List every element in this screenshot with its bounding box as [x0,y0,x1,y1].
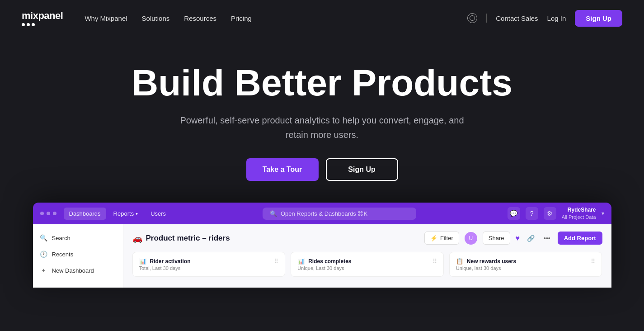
dashboard-title-text: Product metric – riders [146,234,230,243]
hero-subtitle: Powerful, self-serve product analytics t… [178,113,467,142]
filter-icon: ⚡ [430,235,437,241]
nav-why-mixpanel[interactable]: Why Mixpanel [85,14,127,22]
app-topbar-right: 💬 ? ⚙ RydeShare All Project Data ▾ [508,207,604,220]
reports-chevron-icon: ▾ [136,211,138,216]
card-1-subtitle: Total, Last 30 days [139,265,191,271]
hero-buttons: Take a Tour Sign Up [246,158,398,181]
card-rider-activation: 📊 Rider activation Total, Last 30 days ⠿ [132,252,286,277]
topbar-dot-3 [53,212,56,215]
plus-icon: + [40,267,47,274]
card-new-rewards-users: 📋 New rewards users Unique, last 30 days… [449,252,602,277]
sidebar-item-recents[interactable]: 🕐 Recents [33,246,123,262]
sidebar-item-new-dashboard[interactable]: + New Dashboard [33,262,123,279]
header-actions: ⚡ Filter U Share ♥ 🔗 ••• Add Report [424,232,602,245]
card-2-title: Rides completes [308,258,351,265]
app-nav-reports[interactable]: Reports ▾ [108,208,144,220]
signup-button[interactable]: Sign Up [575,10,622,27]
logo-text: mixpanel [22,10,63,22]
main-nav: mixpanel Why Mixpanel Solutions Resource… [0,0,644,36]
table-icon: 📋 [456,258,463,265]
hero-section: Build Better Products Powerful, self-ser… [0,36,644,181]
card-rides-completes: 📊 Rides completes Unique, Last 30 days ⠿ [291,252,444,277]
dashboard-title: 🚗 Product metric – riders [132,233,230,243]
card-1-title: Rider activation [150,258,191,265]
contact-sales-link[interactable]: Contact Sales [496,14,538,22]
share-button[interactable]: Share [483,232,510,245]
app-topbar-dots [40,212,56,215]
card-header-2: 📊 Rides completes Unique, Last 30 days ⠿ [297,258,437,271]
nav-right: Contact Sales Log In Sign Up [467,10,622,27]
search-icon: 🔍 [40,234,47,241]
nav-pricing[interactable]: Pricing [231,14,252,22]
avatar: U [465,232,477,245]
app-sidebar: 🔍 Search 🕐 Recents + New Dashboard [33,224,123,288]
sidebar-new-dashboard-label: New Dashboard [52,267,94,274]
card-2-subtitle: Unique, Last 30 days [297,265,351,271]
app-nav-links: Dashboards Reports ▾ Users [64,208,172,220]
hero-signup-button[interactable]: Sign Up [326,158,398,181]
company-chevron-icon[interactable]: ▾ [602,210,604,217]
add-report-button[interactable]: Add Report [558,232,602,245]
more-options-icon[interactable]: ••• [542,233,552,244]
chat-icon-button[interactable]: 💬 [508,207,520,220]
topbar-dot-2 [47,212,50,215]
card-title-group-2: 📊 Rides completes Unique, Last 30 days [297,258,351,271]
card-title-row-1: 📊 Rider activation [139,258,191,265]
favorite-icon[interactable]: ♥ [516,234,520,242]
nav-solutions[interactable]: Solutions [142,14,170,22]
logo[interactable]: mixpanel [22,10,63,26]
globe-icon[interactable] [467,13,477,23]
login-link[interactable]: Log In [547,14,566,22]
card-header-1: 📊 Rider activation Total, Last 30 days ⠿ [139,258,279,271]
app-nav-users[interactable]: Users [145,208,171,220]
app-search-bar-container: 🔍 Open Reports & Dashboards ⌘K [171,208,508,220]
card-title-group-1: 📊 Rider activation Total, Last 30 days [139,258,191,271]
clock-icon: 🕐 [40,251,47,258]
card-title-row-3: 📋 New rewards users [456,258,516,265]
filter-button[interactable]: ⚡ Filter [424,232,459,245]
nav-resources[interactable]: Resources [184,14,216,22]
topbar-dot-1 [40,212,44,215]
app-topbar: Dashboards Reports ▾ Users 🔍 Open Report… [33,203,611,224]
hero-title: Build Better Products [132,63,512,102]
card-title-row-2: 📊 Rides completes [297,258,351,265]
app-preview: Dashboards Reports ▾ Users 🔍 Open Report… [33,203,611,288]
search-icon: 🔍 [270,210,277,217]
card-header-3: 📋 New rewards users Unique, last 30 days… [456,258,596,271]
card-3-title: New rewards users [467,258,516,265]
drag-handle-icon-2: ⠿ [432,258,437,265]
drag-handle-icon-3: ⠿ [591,258,595,265]
card-3-subtitle: Unique, last 30 days [456,265,516,271]
app-main: 🚗 Product metric – riders ⚡ Filter U Sha… [123,224,611,288]
company-info: RydeShare All Project Data [562,207,596,220]
app-content: 🔍 Search 🕐 Recents + New Dashboard 🚗 Pro… [33,224,611,288]
dashboard-emoji: 🚗 [132,233,142,243]
logo-dots [22,23,63,26]
cards-row: 📊 Rider activation Total, Last 30 days ⠿ [132,252,602,277]
sidebar-search-label: Search [52,235,71,241]
take-a-tour-button[interactable]: Take a Tour [246,158,319,181]
app-nav-dashboards[interactable]: Dashboards [64,208,106,220]
link-icon[interactable]: 🔗 [525,233,536,244]
sidebar-item-search[interactable]: 🔍 Search [33,230,123,246]
drag-handle-icon: ⠿ [274,258,278,265]
nav-links: Why Mixpanel Solutions Resources Pricing [85,14,467,22]
bar-chart-icon: 📊 [139,258,146,265]
sidebar-recents-label: Recents [52,251,74,258]
help-icon-button[interactable]: ? [526,207,538,220]
card-title-group-3: 📋 New rewards users Unique, last 30 days [456,258,516,271]
settings-icon-button[interactable]: ⚙ [544,207,556,220]
app-main-header: 🚗 Product metric – riders ⚡ Filter U Sha… [132,232,602,245]
bar-chart-icon-2: 📊 [297,258,305,265]
nav-divider [486,14,487,23]
app-search-input[interactable]: 🔍 Open Reports & Dashboards ⌘K [263,208,416,220]
